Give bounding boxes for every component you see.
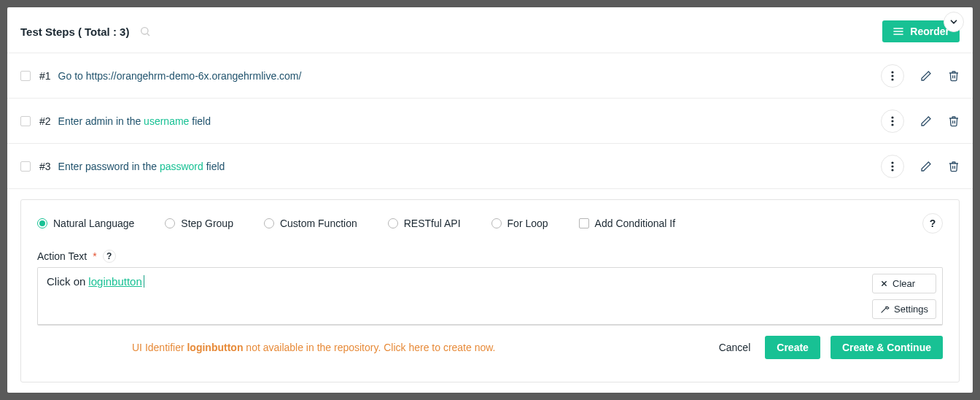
step-text: Enter admin in the username field bbox=[58, 115, 211, 127]
settings-label: Settings bbox=[894, 304, 928, 315]
ui-identifier-token: username bbox=[144, 115, 189, 127]
svg-point-11 bbox=[891, 161, 893, 164]
step-type-selector: Natural Language Step Group Custom Funct… bbox=[37, 213, 943, 234]
step-text: Enter password in the password field bbox=[58, 161, 225, 172]
step-checkbox[interactable] bbox=[20, 116, 31, 126]
step-checkbox[interactable] bbox=[20, 71, 31, 81]
action-text-content: Click on loginbutton bbox=[47, 275, 144, 288]
radio-label: For Loop bbox=[508, 218, 548, 229]
create-continue-button[interactable]: Create & Continue bbox=[831, 336, 943, 359]
svg-point-8 bbox=[891, 116, 893, 118]
step-number: #1 bbox=[39, 70, 51, 82]
panel-header: Test Steps ( Total : 3) Reorder bbox=[7, 7, 973, 53]
svg-line-1 bbox=[147, 34, 149, 36]
step-editor: Natural Language Step Group Custom Funct… bbox=[20, 199, 960, 382]
step-number: #2 bbox=[39, 115, 51, 127]
radio-icon bbox=[165, 218, 175, 228]
trash-icon bbox=[948, 70, 960, 82]
radio-label: Natural Language bbox=[53, 218, 134, 229]
radio-label: RESTful API bbox=[404, 218, 461, 229]
edit-button[interactable] bbox=[920, 161, 932, 172]
step-row[interactable]: #3 Enter password in the password field bbox=[7, 144, 973, 189]
radio-label: Step Group bbox=[181, 218, 233, 229]
reorder-label: Reorder bbox=[910, 26, 949, 37]
svg-point-10 bbox=[891, 123, 893, 126]
collapse-panel-button[interactable] bbox=[944, 12, 964, 32]
action-text-help-button[interactable]: ? bbox=[103, 250, 116, 263]
action-text-label: Action Text bbox=[37, 250, 87, 262]
step-type-conditional-if[interactable]: Add Conditional If bbox=[579, 218, 676, 229]
kebab-icon bbox=[891, 71, 894, 81]
step-type-for-loop[interactable]: For Loop bbox=[491, 218, 548, 229]
help-button[interactable]: ? bbox=[922, 213, 943, 234]
svg-point-12 bbox=[891, 165, 893, 167]
create-button[interactable]: Create bbox=[765, 336, 820, 359]
step-type-restful-api[interactable]: RESTful API bbox=[388, 218, 461, 229]
step-type-natural-language[interactable]: Natural Language bbox=[37, 218, 134, 229]
radio-icon bbox=[37, 218, 47, 228]
radio-icon bbox=[491, 218, 502, 228]
pencil-icon bbox=[920, 115, 932, 127]
step-url: https://orangehrm-demo-6x.orangehrmlive.… bbox=[86, 70, 302, 82]
step-type-custom-function[interactable]: Custom Function bbox=[264, 218, 357, 229]
svg-point-0 bbox=[141, 28, 148, 34]
step-text: Go to https://orangehrm-demo-6x.orangehr… bbox=[58, 70, 302, 82]
checkbox-icon bbox=[579, 218, 589, 228]
step-row[interactable]: #2 Enter admin in the username field bbox=[7, 99, 973, 144]
more-actions-button[interactable] bbox=[881, 155, 904, 178]
search-icon[interactable] bbox=[139, 26, 151, 37]
delete-button[interactable] bbox=[948, 70, 960, 82]
step-actions bbox=[881, 155, 960, 178]
radio-label: Custom Function bbox=[280, 218, 357, 229]
editor-footer: UI Identifier loginbutton not available … bbox=[37, 336, 943, 359]
pencil-icon bbox=[920, 161, 932, 172]
svg-point-5 bbox=[891, 71, 893, 73]
wrench-icon bbox=[880, 304, 890, 314]
delete-button[interactable] bbox=[948, 115, 960, 127]
cancel-button[interactable]: Cancel bbox=[715, 341, 755, 354]
step-actions bbox=[881, 109, 960, 133]
ui-identifier-token: password bbox=[160, 161, 203, 172]
ui-identifier-token[interactable]: loginbutton bbox=[88, 275, 141, 288]
radio-icon bbox=[264, 218, 274, 228]
svg-point-9 bbox=[891, 120, 893, 122]
required-indicator: * bbox=[93, 250, 96, 262]
kebab-icon bbox=[891, 116, 894, 126]
edit-button[interactable] bbox=[920, 115, 932, 127]
svg-point-7 bbox=[891, 78, 893, 80]
text-caret bbox=[144, 275, 144, 288]
clear-button[interactable]: Clear bbox=[872, 274, 936, 293]
settings-button[interactable]: Settings bbox=[872, 299, 936, 319]
trash-icon bbox=[948, 115, 960, 127]
x-icon bbox=[880, 280, 888, 288]
svg-point-6 bbox=[891, 74, 893, 77]
test-steps-panel: Test Steps ( Total : 3) Reorder #1 Go to… bbox=[7, 7, 973, 393]
action-text-input[interactable]: Click on loginbutton Clear Settings bbox=[37, 267, 943, 326]
more-actions-button[interactable] bbox=[881, 64, 904, 88]
action-prefix: Click on bbox=[47, 275, 85, 288]
step-prefix: Go to bbox=[58, 70, 86, 82]
trash-icon bbox=[948, 161, 960, 172]
radio-icon bbox=[388, 218, 398, 228]
step-row[interactable]: #1 Go to https://orangehrm-demo-6x.orang… bbox=[7, 53, 973, 99]
menu-icon bbox=[892, 27, 904, 36]
svg-point-13 bbox=[891, 169, 893, 171]
more-actions-button[interactable] bbox=[881, 109, 904, 133]
clear-label: Clear bbox=[892, 278, 915, 289]
pencil-icon bbox=[920, 70, 932, 82]
edit-button[interactable] bbox=[920, 70, 932, 82]
editor-actions: Cancel Create Create & Continue bbox=[715, 336, 943, 359]
step-actions bbox=[881, 64, 960, 88]
delete-button[interactable] bbox=[948, 161, 960, 172]
checkbox-label: Add Conditional If bbox=[595, 218, 676, 229]
step-type-step-group[interactable]: Step Group bbox=[165, 218, 233, 229]
ui-identifier-warning[interactable]: UI Identifier loginbutton not available … bbox=[132, 342, 496, 353]
action-text-label-row: Action Text * ? bbox=[37, 250, 943, 263]
panel-title: Test Steps ( Total : 3) bbox=[20, 26, 129, 38]
step-checkbox[interactable] bbox=[20, 161, 31, 172]
step-number: #3 bbox=[39, 161, 51, 172]
kebab-icon bbox=[891, 161, 894, 172]
